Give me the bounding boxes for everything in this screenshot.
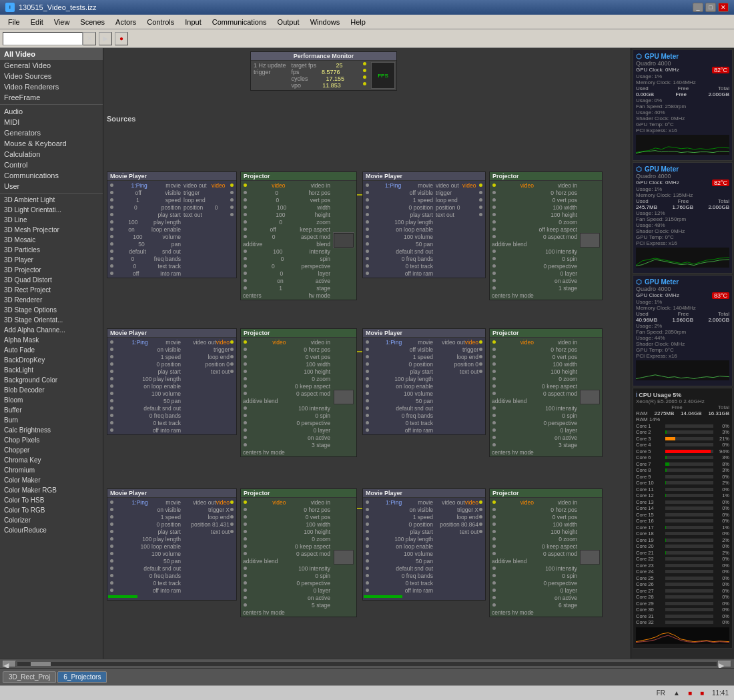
cpu-mem-labels: FreeTotal bbox=[636, 404, 729, 410]
scroll-right-button[interactable]: ▶ bbox=[718, 661, 731, 667]
menu-edit[interactable]: Edit bbox=[25, 17, 49, 27]
sidebar-item-color-maker-rgb[interactable]: Color Maker RGB bbox=[0, 485, 103, 495]
menu-controls[interactable]: Controls bbox=[141, 17, 179, 27]
sidebar-item-backdrop-key[interactable]: BackDropKey bbox=[0, 355, 103, 365]
close-button[interactable]: ✕ bbox=[718, 3, 729, 12]
sidebar-item-video-renderers[interactable]: Video Renderers bbox=[0, 81, 103, 92]
cpu-core-32: Core 32 0% bbox=[636, 619, 729, 625]
menu-scenes[interactable]: Scenes bbox=[75, 17, 110, 27]
sidebar-item-color-maker[interactable]: Color Maker bbox=[0, 475, 103, 485]
sidebar-item-freeframe[interactable]: FreeFrame bbox=[0, 92, 103, 103]
sidebar-item-auto-fade[interactable]: Auto Fade bbox=[0, 345, 103, 355]
maximize-button[interactable]: □ bbox=[705, 3, 716, 12]
mp1-pos-row: 0position bbox=[108, 204, 182, 211]
horizontal-scrollbar[interactable]: ◀ ▶ bbox=[0, 659, 734, 668]
sidebar-item-control[interactable]: Control bbox=[0, 159, 103, 170]
perf-fps-row: target fps25 bbox=[292, 62, 367, 69]
record-button[interactable]: ● bbox=[115, 32, 128, 45]
cpu-core-27: Core 27 0% bbox=[636, 588, 729, 594]
sidebar-item-midi[interactable]: MIDI bbox=[0, 117, 103, 127]
menu-file[interactable]: File bbox=[3, 17, 25, 27]
projector-4[interactable]: Projector video video in 0 horz pos 0 ve… bbox=[489, 328, 603, 457]
mp1-visible-row: offvisible bbox=[108, 189, 182, 196]
perf-cycles-row: cycles17.155 bbox=[292, 75, 367, 82]
tab-6-projectors[interactable]: 6_Projectors bbox=[57, 671, 107, 683]
sidebar-item-buffer[interactable]: Buffer bbox=[0, 405, 103, 415]
sidebar-item-chromium[interactable]: Chromium bbox=[0, 465, 103, 475]
sidebar-item-add-alpha[interactable]: Add Alpha Channe... bbox=[0, 325, 103, 335]
sidebar-item-mouse-keyboard[interactable]: Mouse & Keyboard bbox=[0, 138, 103, 149]
canvas-area[interactable]: Performance Monitor 1 Hz update trigger … bbox=[103, 48, 631, 659]
proj2-hpos: 0 horz pos bbox=[490, 189, 579, 196]
sidebar-item-alpha-mask[interactable]: Alpha Mask bbox=[0, 335, 103, 345]
play-button[interactable]: ▶ bbox=[99, 32, 112, 45]
menu-output[interactable]: Output bbox=[272, 17, 305, 27]
sidebar-item-communications[interactable]: Communications bbox=[0, 170, 103, 181]
sidebar-item-chroma-key[interactable]: Chroma Key bbox=[0, 455, 103, 465]
sidebar-item-3d-mesh[interactable]: 3D Mesh Projector bbox=[0, 225, 103, 235]
sidebar-item-burn[interactable]: Burn bbox=[0, 415, 103, 425]
sidebar-item-3d-stage-options[interactable]: 3D Stage Options bbox=[0, 305, 103, 315]
sidebar-item-user[interactable]: User bbox=[0, 181, 103, 192]
app-icon: i bbox=[5, 3, 15, 12]
sidebar-item-calculation[interactable]: Calculation bbox=[0, 149, 103, 159]
menu-input[interactable]: Input bbox=[179, 17, 206, 27]
scroll-left-button[interactable]: ◀ bbox=[3, 661, 16, 667]
mp5-header: Movie Player bbox=[107, 489, 236, 498]
movie-player-3[interactable]: Movie Player 1:Ping movie on visible 1 s… bbox=[107, 328, 237, 435]
search-clear-button[interactable]: ✕ bbox=[83, 32, 96, 45]
projector-6[interactable]: Projector video video in 0 horz pos 0 ve… bbox=[489, 488, 603, 617]
movie-player-1[interactable]: Movie Player 1:Pingmovie offvisible 1spe… bbox=[107, 171, 237, 278]
projector-5[interactable]: Projector video video in 0 horz pos 0 ve… bbox=[240, 488, 357, 617]
sidebar-item-general-video[interactable]: General Video bbox=[0, 60, 103, 71]
menu-communications[interactable]: Communications bbox=[207, 17, 272, 27]
minimize-button[interactable]: _ bbox=[693, 3, 703, 12]
sidebar-item-3d-renderer[interactable]: 3D Renderer bbox=[0, 295, 103, 305]
sidebar-item-video-sources[interactable]: Video Sources bbox=[0, 71, 103, 81]
left-panel-list[interactable]: General Video Video Sources Video Render… bbox=[0, 60, 103, 659]
sidebar-item-3d-line[interactable]: 3D Line bbox=[0, 215, 103, 225]
sidebar-item-colour-reduce[interactable]: ColourReduce bbox=[0, 525, 103, 535]
movie-player-2[interactable]: Movie Player 1:Pingmovie off visible 1 s… bbox=[362, 171, 486, 278]
movie-player-4[interactable]: Movie Player 1:Ping movie off visible 1 … bbox=[362, 328, 486, 435]
sidebar-item-3d-particles[interactable]: 3D Particles bbox=[0, 245, 103, 255]
sidebar-item-color-to-rgb[interactable]: Color To RGB bbox=[0, 505, 103, 515]
projector-1[interactable]: Projector videovideo in 0horz pos 0vert … bbox=[240, 171, 357, 300]
scroll-thumb[interactable] bbox=[31, 662, 51, 666]
sidebar-item-3d-ambient[interactable]: 3D Ambient Light bbox=[0, 195, 103, 205]
sidebar-item-colorizer[interactable]: Colorizer bbox=[0, 515, 103, 525]
sidebar-item-background-color[interactable]: Background Color bbox=[0, 375, 103, 385]
menu-windows[interactable]: Windows bbox=[305, 17, 346, 27]
scroll-track[interactable] bbox=[17, 662, 717, 666]
menu-actors[interactable]: Actors bbox=[110, 17, 141, 27]
sidebar-item-color-to-hsb[interactable]: Color To HSB bbox=[0, 495, 103, 505]
sidebar-item-audio[interactable]: Audio bbox=[0, 106, 103, 117]
sidebar-item-calc-brightness[interactable]: Calc Brightness bbox=[0, 425, 103, 435]
menu-view[interactable]: View bbox=[49, 17, 75, 27]
sidebar-item-blob-decoder[interactable]: Blob Decoder bbox=[0, 385, 103, 395]
menu-help[interactable]: Help bbox=[345, 17, 371, 27]
cpu-core-29: Core 29 0% bbox=[636, 601, 729, 607]
search-input[interactable] bbox=[3, 32, 83, 45]
sidebar-item-bloom[interactable]: Bloom bbox=[0, 395, 103, 405]
sidebar-item-chop-pixels[interactable]: Chop Pixels bbox=[0, 435, 103, 445]
sidebar-item-generators[interactable]: Generators bbox=[0, 127, 103, 138]
sidebar-item-3d-mosaic[interactable]: 3D Mosaic bbox=[0, 235, 103, 245]
sidebar-item-3d-rect[interactable]: 3D Rect Project bbox=[0, 285, 103, 295]
sidebar-item-3d-light[interactable]: 3D Light Orientati... bbox=[0, 205, 103, 215]
projector-2[interactable]: Projector video video in 0 horz pos 0 ve… bbox=[489, 171, 603, 300]
sidebar-item-3d-stage-orient[interactable]: 3D Stage Orientat... bbox=[0, 315, 103, 325]
tab-3d-rect-proj[interactable]: 3D_Rect_Proj bbox=[3, 671, 56, 683]
sidebar-item-3d-quad[interactable]: 3D Quad Distort bbox=[0, 275, 103, 285]
sidebar-item-3d-projector[interactable]: 3D Projector bbox=[0, 265, 103, 275]
projector-3[interactable]: Projector video video in 0 horz pos 0 ve… bbox=[240, 328, 357, 457]
movie-player-5[interactable]: Movie Player 1:Ping movie on visible 1 s… bbox=[107, 488, 237, 601]
sidebar-item-chopper[interactable]: Chopper bbox=[0, 445, 103, 455]
mp2-text: 0 text track bbox=[364, 262, 434, 270]
mp2-ram: off into ram bbox=[364, 270, 434, 277]
movie-player-6[interactable]: Movie Player 1:Ping movie on visible 1 s… bbox=[362, 488, 486, 601]
sidebar-item-3d-player[interactable]: 3D Player bbox=[0, 255, 103, 265]
proj2-width: 100 width bbox=[490, 204, 579, 211]
sidebar-item-backlight[interactable]: BackLight bbox=[0, 365, 103, 375]
mp2-pos: 0 position bbox=[364, 204, 434, 211]
